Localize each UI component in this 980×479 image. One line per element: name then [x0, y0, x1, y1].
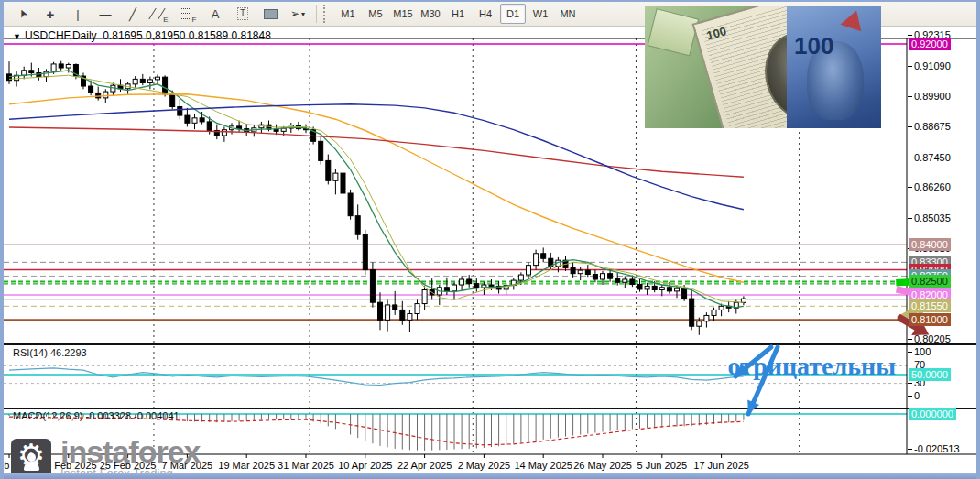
shapes-tool[interactable]	[258, 3, 282, 25]
timeframe-h1[interactable]: H1	[445, 4, 471, 24]
brand-name: instaforex	[60, 438, 201, 465]
equidistant-channel-tool[interactable]: E	[148, 3, 172, 25]
mt4-window: ➤+|—╱EFAT➢▾ M1M5M15M30H1H4D1W1MN 3 Feb 2…	[0, 0, 980, 479]
chevron-down-icon[interactable]: ▾	[301, 10, 305, 18]
shape-icon	[264, 9, 278, 19]
price-scale-tick: 0.87450	[914, 152, 951, 163]
ohlc-high: 0.81950	[146, 29, 185, 42]
crosshair-tool[interactable]: +	[38, 3, 62, 25]
price-scale-tick: 0.80205	[914, 333, 951, 344]
price-level-badge: 0.84000	[909, 238, 951, 251]
analyst-annotation-text: отрицательны	[727, 352, 896, 381]
svg-text:14 May 2025: 14 May 2025	[514, 460, 572, 471]
price-scale-tick: 0.86260	[914, 181, 951, 192]
vertical-line-tool[interactable]: |	[66, 3, 90, 25]
horizontal-line-tool[interactable]: —	[93, 3, 117, 25]
symbol-dropdown-icon[interactable]: ▼	[13, 32, 21, 41]
window-bottom-border	[4, 473, 976, 479]
svg-text:5 Jun 2025: 5 Jun 2025	[637, 460, 687, 471]
svg-text:17 Jun 2025: 17 Jun 2025	[693, 460, 749, 471]
timeframe-group: M1M5M15M30H1H4D1W1MN	[334, 4, 582, 24]
franc-note-origami-icon	[840, 7, 866, 31]
timeframe-d1[interactable]: D1	[500, 4, 526, 24]
person-head-icon	[27, 453, 36, 462]
trendline-tool[interactable]: ╱	[121, 3, 145, 25]
price-scale-tick: -0.020513	[914, 443, 960, 454]
toolbar-grip[interactable]	[323, 5, 329, 23]
arrows-icon: ➢	[290, 7, 299, 20]
price-level-badge: 0.82500	[909, 275, 951, 288]
price-scale[interactable]: 0.923150.910900.899000.886750.874500.862…	[907, 27, 976, 474]
arrows-tool[interactable]: ➢▾	[286, 3, 310, 25]
euro-note-window	[648, 8, 700, 56]
svg-text:2 May 2025: 2 May 2025	[458, 460, 510, 471]
price-level-badge: 0.92000	[909, 38, 951, 50]
text-label-tool[interactable]: T	[231, 3, 255, 25]
price-level-badge: 50.0000	[909, 368, 951, 381]
timeframe-mn[interactable]: MN	[555, 4, 581, 24]
price-level-badge: 0.81000	[909, 313, 951, 326]
price-scale-tick: 0.91090	[914, 60, 951, 71]
price-scale-tick: 0.85035	[914, 212, 951, 223]
fibonacci-tool[interactable]: F	[176, 3, 200, 25]
timeframe-m5[interactable]: M5	[363, 4, 388, 24]
cursor-icon: ➤	[16, 6, 31, 20]
ohlc-close: 0.81848	[231, 29, 270, 42]
person-body-icon	[24, 463, 39, 471]
svg-text:10 Apr 2025: 10 Apr 2025	[338, 460, 392, 471]
banknotes-photo: 50 100 100	[645, 6, 881, 128]
chart-title: ▼USDCHF,Daily 0.81695 0.81950 0.81589 0.…	[13, 29, 271, 42]
price-scale-tick: 0.89900	[914, 91, 951, 102]
franc-note-image: 100	[787, 6, 881, 128]
ohlc-low: 0.81589	[189, 29, 228, 42]
franc-note-value: 100	[794, 32, 833, 60]
svg-text:19 Mar 2025: 19 Mar 2025	[218, 460, 275, 471]
crosshair-icon: +	[47, 6, 55, 22]
cursor-tool[interactable]: ➤	[11, 3, 35, 25]
label-icon: T	[237, 7, 248, 20]
svg-text:31 Mar 2025: 31 Mar 2025	[278, 460, 334, 471]
ohlc-open: 0.81695	[103, 29, 142, 42]
toolbar-separator	[316, 5, 317, 23]
timeframe-m1[interactable]: M1	[335, 4, 361, 24]
drawing-tools-group: ➤+|—╱EFAT➢▾	[9, 3, 311, 25]
price-level-badge: 0.000000	[909, 408, 956, 420]
macd-indicator-label: MACD(12,26,9) -0.003328 -0.004041	[13, 410, 180, 421]
svg-text:22 Apr 2025: 22 Apr 2025	[397, 460, 452, 471]
price-scale-tick: 100	[914, 346, 931, 357]
fibonacci-icon	[180, 8, 191, 19]
svg-text:26 May 2025: 26 May 2025	[573, 460, 632, 471]
timeframe-m15[interactable]: M15	[390, 4, 416, 24]
timeframe-w1[interactable]: W1	[528, 4, 553, 24]
symbol-name: USDCHF,Daily	[25, 29, 97, 42]
timeframe-m30[interactable]: M30	[418, 4, 443, 24]
price-level-badge: 0.81550	[909, 299, 951, 312]
price-scale-tick: 0.88675	[914, 121, 951, 132]
rsi-indicator-label: RSI(14) 46.2293	[13, 347, 87, 358]
text-tool[interactable]: A	[203, 3, 227, 25]
timeframe-h4[interactable]: H4	[473, 4, 498, 24]
price-scale-tick: 0	[914, 390, 920, 401]
